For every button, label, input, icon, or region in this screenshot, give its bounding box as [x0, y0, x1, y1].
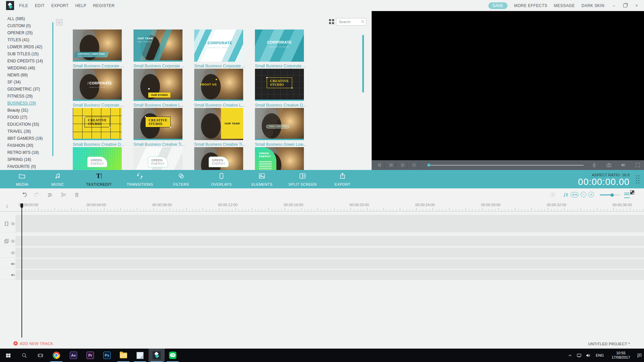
- save-button[interactable]: SAVE: [488, 2, 507, 9]
- tab-media[interactable]: MEDIA: [16, 172, 29, 187]
- taskbar-notes-icon[interactable]: [132, 349, 148, 362]
- eye-icon[interactable]: [10, 250, 15, 255]
- search-icon[interactable]: [361, 20, 365, 23]
- undo-icon[interactable]: [21, 192, 28, 198]
- menubar-link-dark-skin[interactable]: DARK SKIN: [582, 3, 604, 8]
- eye-icon[interactable]: [10, 239, 15, 244]
- zoom-slider-handle[interactable]: [610, 193, 614, 197]
- template-item[interactable]: OUR STUDIOSmall Business Creative L...: [133, 69, 182, 108]
- template-item[interactable]: CORPORATE LOWER THIRDSMALL BUSINESSSmall…: [73, 29, 122, 68]
- track-lane[interactable]: [0, 215, 644, 232]
- mic-icon[interactable]: [591, 162, 597, 168]
- sidebar-item-fashion[interactable]: FASHION (30): [3, 142, 53, 149]
- zoom-out-icon[interactable]: −: [581, 192, 586, 197]
- tab-text-credit[interactable]: TTEXT/CREDIT: [86, 172, 112, 187]
- fullscreen-icon[interactable]: [635, 162, 641, 168]
- taskbar-chrome-icon[interactable]: [48, 349, 64, 362]
- sidebar-item-education[interactable]: EDUCATION (33): [3, 121, 53, 128]
- tab-split-screen[interactable]: SPLIT SCREEN: [288, 172, 317, 187]
- fit-timeline-icon[interactable]: [571, 192, 579, 197]
- sidebar-item-lower[interactable]: LOWER 3RDS (42): [3, 44, 53, 51]
- search-input[interactable]: [338, 19, 361, 25]
- sidebar-item-sf[interactable]: SF (34): [3, 79, 53, 86]
- volume-icon[interactable]: [621, 162, 626, 168]
- menubar-link-more-effects[interactable]: MORE EFFECTS: [514, 3, 547, 8]
- sidebar-item-all[interactable]: ALL (585): [3, 15, 53, 22]
- seek-bar[interactable]: [429, 165, 584, 166]
- timeline-ruler[interactable]: 00:00:00:0000:00:04:0000:00:08:0000:00:1…: [0, 201, 644, 212]
- tab-export[interactable]: EXPORT: [334, 172, 350, 187]
- template-item[interactable]: CREATIVE STUDIOSmall Business Creative O…: [73, 108, 122, 147]
- speaker-icon[interactable]: [586, 353, 591, 358]
- taskbar-after-effects-icon[interactable]: Ae: [65, 349, 82, 362]
- minimize-icon[interactable]: –: [611, 3, 616, 8]
- seek-handle[interactable]: [427, 164, 430, 167]
- menu-help[interactable]: HELP: [75, 3, 86, 8]
- list-view-icon[interactable]: [624, 193, 630, 198]
- taskbar-premiere-icon[interactable]: Pr: [82, 349, 98, 362]
- taskbar-search-icon[interactable]: [16, 349, 32, 362]
- speaker-icon[interactable]: [10, 261, 15, 266]
- taskbar-start-icon[interactable]: [0, 349, 16, 362]
- sidebar-item-news[interactable]: NEWS (69): [3, 72, 53, 79]
- track-lane[interactable]: [0, 236, 644, 246]
- taskbar-clock[interactable]: 10:5517/08/2017: [609, 351, 633, 360]
- snapshot-icon[interactable]: [606, 162, 612, 168]
- adjust-icon[interactable]: [47, 192, 53, 198]
- taskbar-file-explorer-icon[interactable]: [115, 349, 131, 362]
- eye-icon[interactable]: [10, 221, 15, 226]
- taskbar-line-icon[interactable]: [165, 349, 181, 362]
- redo-icon[interactable]: [34, 192, 40, 198]
- sidebar-item-geometric[interactable]: GEOMETRIC (37): [3, 86, 53, 93]
- sidebar-item-food[interactable]: FOOD (27): [3, 114, 53, 121]
- sidebar-item-end[interactable]: END CREDITS (14): [3, 58, 53, 65]
- sidebar-item-opener[interactable]: OPENER (25): [3, 29, 53, 37]
- tab-overlays[interactable]: OVERLAYS: [211, 172, 232, 187]
- sidebar-item-spring[interactable]: SPRING (16): [3, 156, 53, 163]
- sidebar-item-custom[interactable]: CUSTOM (0): [3, 22, 53, 29]
- sidebar-scrollbar[interactable]: [52, 22, 53, 156]
- tab-filters[interactable]: FILTERS: [173, 172, 189, 187]
- template-item[interactable]: CORPORATEEFFECTS PACKSmall Business Corp…: [73, 69, 122, 108]
- track-lane[interactable]: [0, 248, 644, 258]
- collapse-sidebar-button[interactable]: ←: [56, 19, 63, 25]
- menu-edit[interactable]: EDIT: [35, 3, 45, 8]
- taskbar-filmora-icon[interactable]: [149, 349, 165, 362]
- playhead[interactable]: [21, 203, 22, 338]
- sidebar-item-retro[interactable]: RETRO 80'S (18): [3, 149, 53, 156]
- scissors-icon[interactable]: [61, 192, 67, 198]
- sidebar-item-fitness[interactable]: FITNESS (29): [3, 93, 53, 100]
- track-lane[interactable]: [0, 259, 644, 269]
- template-item[interactable]: CORPORATEEFFECTS PACKSmall Business Corp…: [194, 29, 243, 68]
- stop-icon[interactable]: [411, 162, 417, 168]
- sidebar-item-travel[interactable]: TRAVEL (28): [3, 128, 53, 135]
- taskbar-photoshop-icon[interactable]: Ps: [99, 349, 115, 362]
- render-icon[interactable]: [550, 192, 556, 198]
- mixer-icon[interactable]: [563, 192, 569, 198]
- timeline-area[interactable]: [0, 212, 644, 339]
- language-indicator[interactable]: ENG: [596, 353, 604, 357]
- zoom-slider[interactable]: [600, 194, 621, 195]
- zoom-in-icon[interactable]: +: [588, 192, 594, 197]
- trash-icon[interactable]: [74, 192, 80, 198]
- template-item[interactable]: CREATIVE STUDIOSmall Business Creative O…: [255, 69, 304, 108]
- template-item[interactable]: OUR TEAMSMALL BUSINESSSmall Business Cor…: [133, 29, 182, 68]
- sidebar-item-8bit[interactable]: 8BIT GAMERS (19): [3, 135, 53, 142]
- notification-icon[interactable]: [637, 353, 642, 358]
- sidebar-item-favourite[interactable]: FAVOURITE (0): [3, 163, 53, 170]
- close-icon[interactable]: ×: [634, 3, 639, 8]
- sidebar-item-business[interactable]: BUSINESS (29): [3, 100, 53, 107]
- restore-icon[interactable]: [623, 4, 627, 7]
- track-lane[interactable]: [0, 270, 644, 280]
- thumbnail-view-icon[interactable]: [329, 19, 334, 24]
- menu-register[interactable]: REGISTER: [93, 3, 115, 8]
- sidebar-item-beauty[interactable]: Beauty (31): [3, 107, 53, 114]
- template-item[interactable]: ABOUT USSmall Business Creative L...: [194, 69, 243, 108]
- play-icon[interactable]: [400, 162, 406, 168]
- tab-music[interactable]: MUSIC: [51, 172, 64, 187]
- menu-file[interactable]: FILE: [19, 3, 28, 8]
- chevron-up-icon[interactable]: [568, 353, 573, 358]
- menubar-link-message[interactable]: MESSAGE: [554, 3, 575, 8]
- template-item[interactable]: CORPORATEEFFECTS PACKSmall Business Corp…: [255, 29, 304, 68]
- sidebar-item-wedding[interactable]: WEDDING (48): [3, 65, 53, 72]
